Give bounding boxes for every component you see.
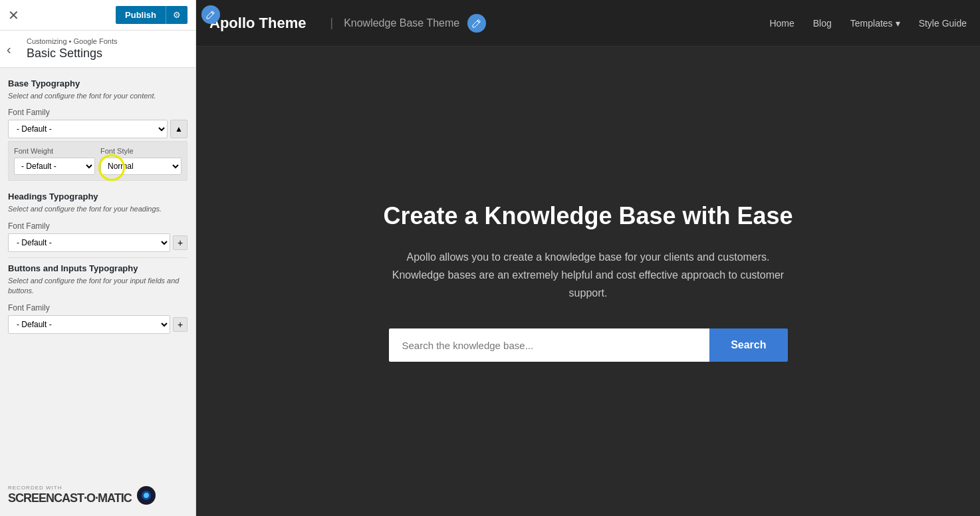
font-style-col: Font Style Normal Italic Oblique	[100, 147, 182, 175]
headings-typography-section: Headings Typography Select and configure…	[8, 192, 187, 251]
publish-group: Publish ⚙	[116, 6, 187, 24]
preview-description: Apollo allows you to create a knowledge …	[389, 248, 788, 303]
settings-button[interactable]: ⚙	[166, 6, 187, 24]
preview-site-title: Apollo Theme	[209, 15, 306, 32]
section-divider-1	[8, 257, 187, 258]
base-font-family-select[interactable]: - Default -	[8, 120, 168, 138]
preview-nav-links: Home Blog Templates ▾ Style Guide	[769, 18, 967, 29]
watermark-icon	[137, 486, 156, 505]
scroll-up-button[interactable]: ▲	[170, 120, 187, 138]
preview-headline: Create a Knowledge Base with Ease	[383, 201, 793, 232]
breadcrumb-path: Customizing • Google Fonts	[27, 37, 187, 45]
buttons-inputs-typography-section: Buttons and Inputs Typography Select and…	[8, 263, 187, 334]
preview-site-subtitle: Knowledge Base Theme	[344, 17, 459, 29]
font-weight-col: Font Weight - Default -	[14, 147, 95, 175]
panel-content: Base Typography Select and configure the…	[0, 68, 195, 516]
breadcrumb-bar: ‹ Customizing • Google Fonts Basic Setti…	[0, 31, 195, 68]
base-typography-desc: Select and configure the font for your c…	[8, 91, 187, 101]
templates-arrow-icon: ▾	[896, 18, 900, 29]
edit-icon-top[interactable]	[201, 5, 220, 24]
font-weight-label: Font Weight	[14, 147, 95, 155]
right-panel: Apollo Theme | Knowledge Base Theme Home…	[196, 0, 980, 516]
headings-font-family-row: - Default - +	[8, 233, 187, 252]
preview-nav: Apollo Theme | Knowledge Base Theme Home…	[196, 0, 980, 47]
base-font-family-row: - Default - ▲	[8, 120, 187, 138]
close-button[interactable]: ✕	[8, 9, 19, 22]
nav-link-blog[interactable]: Blog	[813, 18, 832, 29]
edit-icon-nav[interactable]	[467, 14, 486, 33]
font-weight-style-row: Font Weight - Default - Font Style Norma…	[8, 141, 187, 181]
nav-link-templates[interactable]: Templates ▾	[850, 18, 900, 29]
font-weight-select[interactable]: - Default -	[14, 158, 95, 175]
search-button[interactable]: Search	[709, 328, 787, 362]
brand-text: SCREENCAST·O·MATIC	[8, 491, 132, 505]
nav-link-style-guide[interactable]: Style Guide	[919, 18, 967, 29]
base-typography-title: Base Typography	[8, 78, 187, 88]
headings-font-family-select[interactable]: - Default -	[8, 233, 170, 252]
breadcrumb-title: Basic Settings	[27, 47, 187, 61]
search-bar: Search	[389, 328, 788, 362]
buttons-add-button[interactable]: +	[173, 317, 187, 332]
search-input[interactable]	[389, 328, 710, 362]
headings-font-family-label: Font Family	[8, 221, 187, 231]
buttons-inputs-typography-title: Buttons and Inputs Typography	[8, 263, 187, 273]
publish-button[interactable]: Publish	[116, 6, 166, 24]
headings-typography-desc: Select and configure the font for your h…	[8, 204, 187, 214]
left-panel: ✕ Publish ⚙ ‹ Customizing • Google Fonts…	[0, 0, 196, 516]
nav-link-home[interactable]: Home	[769, 18, 794, 29]
back-button[interactable]: ‹	[7, 41, 11, 57]
font-style-select[interactable]: Normal Italic Oblique	[100, 158, 182, 175]
headings-typography-title: Headings Typography	[8, 192, 187, 201]
top-bar: ✕ Publish ⚙	[0, 0, 195, 31]
preview-main: Create a Knowledge Base with Ease Apollo…	[196, 47, 980, 516]
base-font-family-label: Font Family	[8, 108, 187, 117]
buttons-inputs-typography-desc: Select and configure the font for your i…	[8, 276, 187, 297]
watermark-icon-inner	[142, 491, 151, 500]
headings-add-button[interactable]: +	[173, 235, 187, 250]
watermark-text-block: RECORDED WITH SCREENCAST·O·MATIC	[8, 485, 132, 505]
buttons-font-family-label: Font Family	[8, 303, 187, 313]
watermark: RECORDED WITH SCREENCAST·O·MATIC	[8, 485, 156, 505]
buttons-font-family-row: - Default - +	[8, 315, 187, 334]
font-style-label: Font Style	[100, 147, 182, 155]
base-typography-section: Base Typography Select and configure the…	[8, 78, 187, 181]
recorded-with-text: RECORDED WITH	[8, 485, 132, 491]
preview-nav-divider: |	[330, 16, 333, 30]
buttons-font-family-select[interactable]: - Default -	[8, 315, 170, 334]
